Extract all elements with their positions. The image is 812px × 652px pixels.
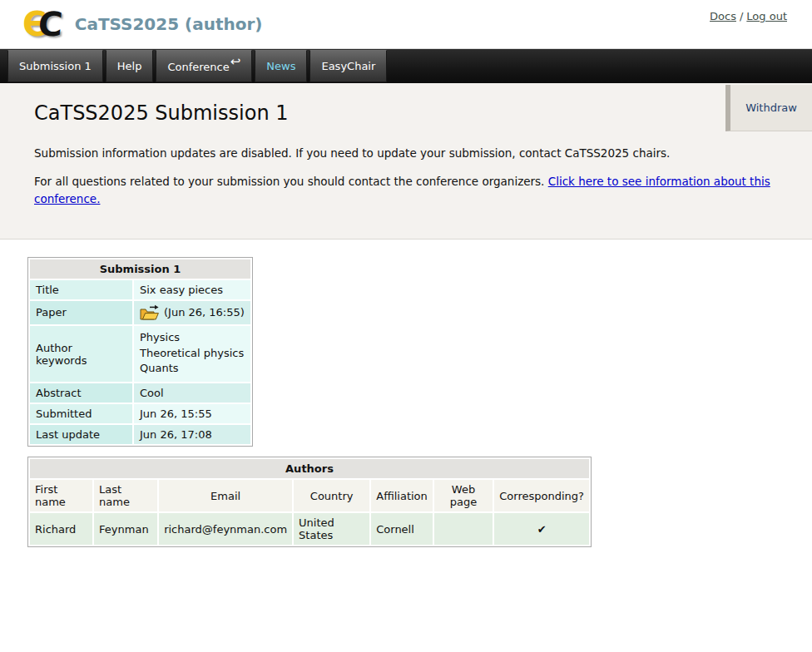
nav-easychair-label: EasyChair	[321, 60, 375, 72]
logout-link[interactable]: Log out	[746, 10, 787, 22]
paper-timestamp: (Jun 26, 16:55)	[164, 305, 245, 318]
withdraw-label: Withdraw	[745, 101, 797, 114]
abstract-label-cell: Abstract	[30, 383, 132, 403]
return-arrow-icon: ↩	[230, 46, 241, 77]
updates-disabled-notice: Submission information updates are disab…	[34, 145, 780, 162]
authors-column-header-row: First name Last name Email Country Affil…	[30, 480, 589, 511]
contact-paragraph: For all questions related to your submis…	[34, 173, 780, 208]
logo-letter-c: C	[37, 7, 64, 41]
keywords-row: Author keywords Physics Theoretical phys…	[30, 326, 250, 383]
intro-section: Withdraw CaTSS2025 Submission 1 Submissi…	[0, 83, 812, 240]
open-folder-download-icon[interactable]	[140, 304, 160, 321]
col-header-last-name: Last name	[94, 480, 157, 511]
header-links: Docs/Log out	[710, 10, 787, 22]
author-row: Richard Feynman richard@feynman.com Unit…	[30, 513, 589, 545]
nav-submission-1-label: Submission 1	[19, 60, 92, 72]
title-label-cell: Title	[30, 280, 132, 299]
main-nav: Submission 1 Help Conference↩ News EasyC…	[0, 49, 812, 83]
author-country-cell: United States	[294, 513, 369, 545]
nav-submission-1[interactable]: Submission 1	[7, 50, 103, 82]
title-value-cell: Six easy pieces	[134, 280, 250, 299]
link-separator: /	[740, 10, 743, 22]
last-update-value-cell: Jun 26, 17:08	[134, 425, 250, 444]
nav-news[interactable]: News	[255, 50, 307, 82]
authors-table-title: Authors	[30, 459, 589, 478]
col-header-corresponding: Corresponding?	[494, 480, 589, 511]
paper-label-cell: Paper	[30, 301, 132, 324]
page-title: CaTSS2025 Submission 1	[34, 101, 780, 125]
nav-easychair[interactable]: EasyChair	[309, 50, 387, 82]
author-affiliation-cell: Cornell	[371, 513, 433, 545]
conference-role-title: CaTSS2025 (author)	[75, 14, 263, 34]
submission-table-title: Submission 1	[30, 259, 250, 279]
withdraw-tab[interactable]: Withdraw	[725, 85, 812, 131]
col-header-country: Country	[294, 480, 369, 511]
easychair-logo[interactable]: Є C	[22, 7, 63, 41]
nav-news-label: News	[266, 60, 295, 72]
author-last-name-cell: Feynman	[94, 513, 157, 545]
submitted-label-cell: Submitted	[30, 404, 132, 423]
submission-table: Submission 1 Title Six easy pieces Paper…	[27, 257, 253, 447]
keywords-label-cell: Author keywords	[30, 326, 132, 383]
abstract-value-cell: Cool	[134, 383, 250, 403]
contact-text: For all questions related to your submis…	[34, 175, 548, 188]
authors-table: Authors First name Last name Email Count…	[27, 457, 592, 547]
paper-value-cell: (Jun 26, 16:55)	[134, 301, 250, 324]
col-header-email: Email	[159, 480, 292, 511]
col-header-web-page: Web page	[434, 480, 493, 511]
author-corresponding-checkmark: ✔	[494, 513, 589, 545]
abstract-row: Abstract Cool	[30, 383, 250, 403]
last-update-row: Last update Jun 26, 17:08	[30, 425, 250, 444]
col-header-first-name: First name	[30, 480, 92, 511]
author-web-page-cell	[434, 513, 493, 545]
docs-link[interactable]: Docs	[710, 10, 736, 22]
nav-conference[interactable]: Conference↩	[156, 50, 252, 82]
nav-help[interactable]: Help	[106, 50, 154, 82]
title-row: Title Six easy pieces	[30, 280, 250, 299]
authors-table-header-row: Authors	[30, 459, 589, 478]
submitted-row: Submitted Jun 26, 15:55	[30, 404, 250, 423]
submitted-value-cell: Jun 26, 15:55	[134, 404, 250, 423]
easychair-app: Є C CaTSS2025 (author) Docs/Log out Subm…	[0, 0, 812, 652]
paper-row: Paper (Jun 26, 16:55)	[30, 301, 250, 324]
nav-conference-label: Conference	[167, 61, 229, 73]
keywords-value-cell: Physics Theoretical physics Quants	[134, 326, 250, 383]
col-header-affiliation: Affiliation	[371, 480, 433, 511]
nav-help-label: Help	[117, 60, 142, 72]
author-email-cell: richard@feynman.com	[159, 513, 292, 545]
content-area: Submission 1 Title Six easy pieces Paper…	[0, 240, 812, 548]
author-first-name-cell: Richard	[30, 513, 92, 545]
app-header: Є C CaTSS2025 (author) Docs/Log out	[0, 0, 812, 49]
submission-table-header-row: Submission 1	[30, 259, 250, 279]
last-update-label-cell: Last update	[30, 425, 132, 444]
